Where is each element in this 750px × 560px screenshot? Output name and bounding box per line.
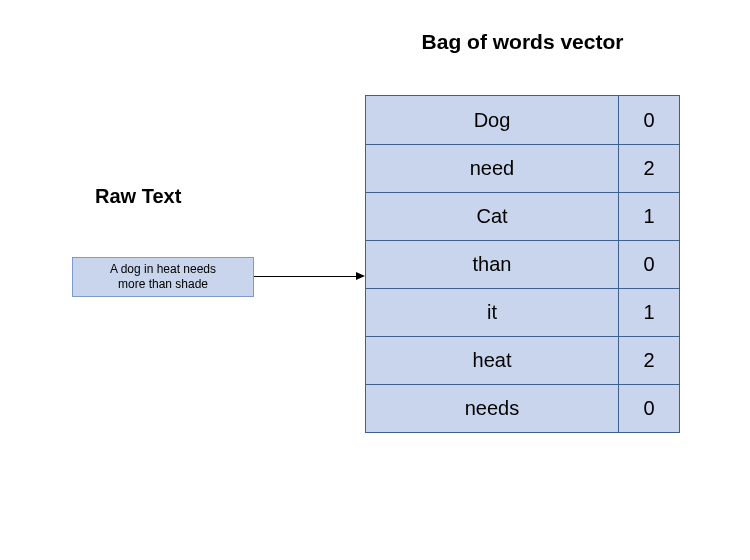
raw-text-line2: more than shade <box>118 277 208 291</box>
word-cell: Cat <box>366 193 619 240</box>
table-row: needs 0 <box>366 384 679 432</box>
table-row: heat 2 <box>366 336 679 384</box>
raw-text-line1: A dog in heat needs <box>110 262 216 276</box>
word-cell: heat <box>366 337 619 384</box>
arrow-icon <box>254 276 365 278</box>
count-cell: 1 <box>619 193 679 240</box>
bow-title: Bag of words vector <box>365 30 680 54</box>
count-cell: 0 <box>619 241 679 288</box>
count-cell: 2 <box>619 145 679 192</box>
table-row: need 2 <box>366 144 679 192</box>
word-cell: than <box>366 241 619 288</box>
count-cell: 2 <box>619 337 679 384</box>
count-cell: 1 <box>619 289 679 336</box>
word-cell: it <box>366 289 619 336</box>
count-cell: 0 <box>619 96 679 144</box>
raw-text-box: A dog in heat needs more than shade <box>72 257 254 297</box>
table-row: Dog 0 <box>366 96 679 144</box>
count-cell: 0 <box>619 385 679 432</box>
table-row: it 1 <box>366 288 679 336</box>
raw-text-title: Raw Text <box>95 185 181 208</box>
word-cell: Dog <box>366 96 619 144</box>
table-row: Cat 1 <box>366 192 679 240</box>
word-cell: need <box>366 145 619 192</box>
table-row: than 0 <box>366 240 679 288</box>
word-cell: needs <box>366 385 619 432</box>
bow-table: Dog 0 need 2 Cat 1 than 0 it 1 heat 2 ne… <box>365 95 680 433</box>
